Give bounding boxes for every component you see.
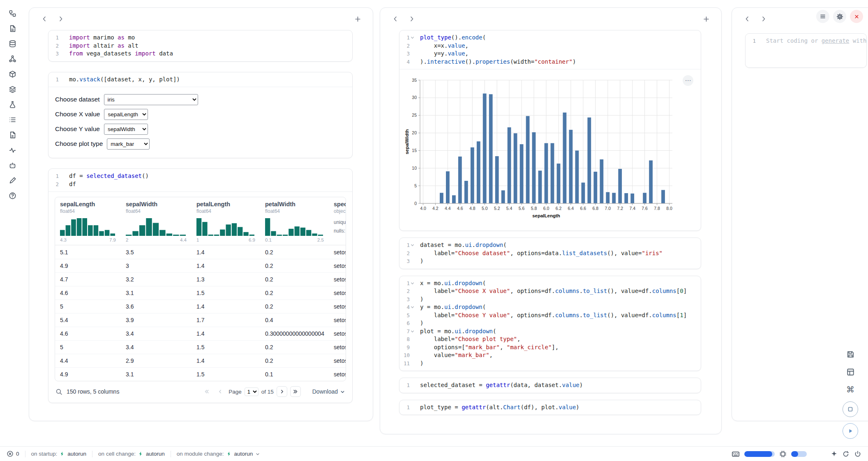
database-icon[interactable]	[7, 39, 17, 48]
table-cell: setosa	[329, 276, 346, 283]
restart-icon[interactable]	[842, 450, 850, 458]
table-cell: setosa	[329, 249, 346, 256]
code-line: 1x = mo.ui.dropdown(	[399, 279, 701, 288]
column-nav-left-button[interactable]	[390, 14, 401, 24]
code-editor[interactable]: 1 Start coding or generate with AI	[746, 34, 866, 67]
code-line: 1import marimo as mo	[48, 34, 352, 42]
code-editor[interactable]: 1plot_type().encode(2 x=x.value,3 y=y.va…	[399, 30, 701, 69]
first-page-button[interactable]	[201, 386, 212, 397]
on-startup-setting[interactable]: on startup: autorun	[31, 451, 87, 457]
file-tree-icon[interactable]	[7, 8, 17, 18]
save-button[interactable]	[845, 348, 856, 360]
layers-icon[interactable]	[7, 84, 17, 94]
choose-dataset-select[interactable]: iris	[104, 94, 198, 105]
table-cell: 4.7	[55, 276, 121, 283]
download-button[interactable]: Download	[312, 388, 345, 395]
code-editor[interactable]: 1selected_dataset = getattr(data, datase…	[399, 378, 701, 393]
help-circle-icon[interactable]	[7, 191, 17, 201]
hamburger-icon	[820, 13, 826, 20]
vstack-cell: 1mo.vstack([dataset, x, y, plot])Choose …	[48, 72, 353, 159]
add-cell-button[interactable]	[352, 14, 363, 24]
svg-text:0: 0	[414, 201, 417, 206]
page-select[interactable]: 1	[245, 387, 259, 396]
column-nav-left-button[interactable]	[39, 14, 50, 24]
svg-text:4.4: 4.4	[445, 206, 451, 211]
code-editor[interactable]: 1dataset = mo.ui.dropdown(2 label="Choos…	[399, 238, 701, 269]
on-module-change-setting[interactable]: on module change: autorun	[177, 451, 261, 457]
choose-y-value-select[interactable]: sepalWidth	[104, 124, 148, 135]
table-row: 4.93.11.50.1setosa	[55, 367, 346, 381]
power-icon[interactable]	[854, 450, 861, 458]
run-all-button[interactable]	[843, 423, 858, 439]
search-icon[interactable]	[55, 388, 62, 395]
package-icon[interactable]	[7, 69, 17, 79]
prev-page-button[interactable]	[215, 386, 226, 397]
table-cell: 4.6	[55, 290, 121, 296]
keyboard-icon[interactable]	[732, 450, 740, 458]
robot-icon[interactable]	[7, 160, 17, 170]
network-icon[interactable]	[7, 54, 17, 64]
table-header-row: sepalLengthfloat644.37.9sepalWidthfloat6…	[55, 197, 346, 245]
table-cell: setosa	[329, 290, 346, 296]
column-header-petallength[interactable]: petalLengthfloat6416.9	[192, 197, 260, 245]
table-cell: setosa	[329, 330, 346, 337]
errors-indicator[interactable]: 0	[7, 450, 19, 457]
ai-sparkle-icon[interactable]	[831, 450, 838, 457]
table-cell: 3.2	[121, 276, 192, 283]
column-nav-right-button[interactable]	[758, 14, 769, 24]
pencil-icon[interactable]	[7, 175, 17, 185]
activity-icon[interactable]	[7, 145, 17, 155]
document-icon[interactable]	[7, 130, 17, 140]
menu-button[interactable]	[816, 10, 829, 23]
table-cell: 0.1	[260, 371, 329, 378]
next-page-button[interactable]	[277, 386, 287, 397]
close-icon	[854, 14, 860, 20]
column-header-species[interactable]: speciesobjectunique:nulls:	[329, 197, 346, 245]
settings-button[interactable]	[833, 10, 846, 23]
close-notebook-button[interactable]	[850, 10, 863, 23]
chevron-down-icon	[255, 452, 260, 456]
table-cell: 1.7	[192, 317, 260, 323]
line-gutter: 2	[399, 42, 418, 50]
line-gutter: 3	[399, 295, 418, 304]
column-nav-right-button[interactable]	[406, 14, 417, 24]
column-nav-left-button[interactable]	[742, 14, 753, 24]
app-view-button[interactable]	[845, 366, 856, 378]
code-editor[interactable]: 1x = mo.ui.dropdown(2 label="Choose X va…	[399, 276, 701, 371]
dataframe-output: sepalLengthfloat644.37.9sepalWidthfloat6…	[48, 191, 352, 403]
memory-usage-meter[interactable]	[744, 451, 775, 457]
interrupt-button[interactable]	[843, 401, 858, 417]
code-line: 4y = mo.ui.dropdown(	[399, 303, 701, 311]
column-name: sepalLength	[60, 201, 118, 207]
code-editor[interactable]: 1mo.vstack([dataset, x, y, plot])	[48, 72, 352, 87]
choose-x-value-select[interactable]: sepalLength	[104, 109, 148, 120]
column-nav-right-button[interactable]	[55, 14, 66, 24]
code-editor[interactable]: 1df = selected_dataset()2df	[48, 169, 352, 191]
divider	[25, 451, 25, 457]
code-editor[interactable]: 1plot_type = getattr(alt.Chart(df), plot…	[399, 400, 701, 415]
column-header-sepalwidth[interactable]: sepalWidthfloat6424.4	[121, 197, 192, 245]
keyboard-shortcuts-button[interactable]: ⌘	[845, 384, 856, 395]
last-page-button[interactable]	[290, 386, 301, 397]
flask-icon[interactable]	[7, 99, 17, 109]
column-header-sepallength[interactable]: sepalLengthfloat644.37.9	[55, 197, 121, 245]
chart-options-button[interactable]: ⋯	[683, 75, 693, 86]
line-gutter: 7	[399, 327, 418, 336]
line-gutter: 3	[399, 257, 418, 265]
list-icon[interactable]	[7, 115, 17, 124]
code-line: 1df = selected_dataset()	[48, 172, 352, 180]
line-gutter: 4	[399, 58, 418, 66]
add-cell-button[interactable]	[701, 14, 711, 24]
file-code-icon[interactable]	[7, 23, 17, 33]
code-editor[interactable]: 1import marimo as mo2import altair as al…	[48, 30, 352, 61]
svg-text:6.6: 6.6	[580, 206, 586, 211]
column-header-petalwidth[interactable]: petalWidthfloat640.12.5	[260, 197, 329, 245]
table-cell: 0.30000000000000004	[260, 330, 329, 337]
table-row: 5.13.51.40.2setosa	[55, 245, 346, 259]
on-cell-change-setting[interactable]: on cell change: autorun	[98, 451, 165, 457]
generate-with-ai-link[interactable]: generate	[822, 37, 849, 44]
choose-plot-type-select[interactable]: mark_bar	[107, 138, 150, 150]
pagination: Page1of 15	[201, 386, 301, 397]
line-number: 2	[402, 249, 410, 258]
cpu-usage-meter[interactable]	[791, 451, 807, 457]
